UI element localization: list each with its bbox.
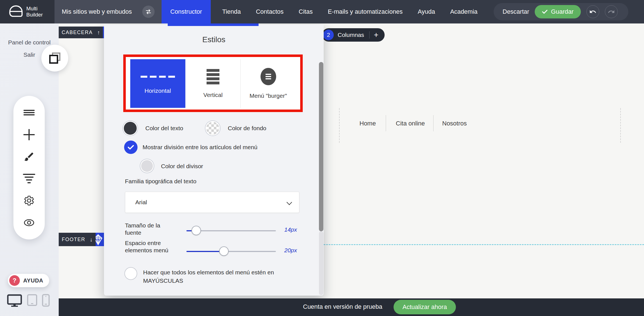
header-section-label: CABECERA <box>61 30 93 35</box>
font-size-slider-thumb[interactable] <box>191 226 201 235</box>
add-column-button[interactable]: + <box>374 31 378 39</box>
save-button[interactable]: Guardar <box>535 5 581 18</box>
layout-option-vertical[interactable]: Vertical <box>186 59 241 108</box>
font-family-select[interactable]: Arial <box>125 192 299 213</box>
burger-menu-icon <box>261 68 276 85</box>
item-spacing-slider-thumb[interactable] <box>219 246 229 256</box>
menu-divider <box>386 115 386 131</box>
workspace-label: Mis sitios web y embudos <box>62 0 132 23</box>
font-family-label: Familia tipográfica del texto <box>125 178 196 185</box>
layout-option-label: Menú "burger" <box>250 92 287 99</box>
panel-scrollbar-thumb[interactable] <box>319 62 323 231</box>
check-icon <box>128 145 134 150</box>
column-guide-left <box>339 108 340 143</box>
tab-constructor[interactable]: Constructor <box>162 0 211 23</box>
item-spacing-value: 20px <box>284 247 309 254</box>
show-divider-label: Mostrar división entre los artículos del… <box>143 144 257 151</box>
tablet-icon[interactable] <box>27 294 37 306</box>
text-color-swatch[interactable] <box>123 121 138 136</box>
app-logo[interactable]: Multi Builder <box>0 0 55 23</box>
tab-contactos[interactable]: Contactos <box>248 0 291 23</box>
divider-color-label: Color del divisor <box>161 163 203 170</box>
styles-panel: Estilos Horizontal Vertical <box>104 25 324 296</box>
help-label: AYUDA <box>23 277 43 284</box>
builder-toolbar <box>13 96 45 239</box>
switch-site-button[interactable] <box>142 6 155 18</box>
layout-option-label: Vertical <box>203 92 223 98</box>
tab-emails-automatizaciones[interactable]: E-mails y automatizaciones <box>320 0 410 23</box>
discard-button[interactable]: Descartar <box>503 8 529 15</box>
item-spacing-slider[interactable] <box>186 251 276 252</box>
slider-fill <box>186 251 224 252</box>
desktop-icon[interactable] <box>7 294 22 307</box>
uppercase-toggle[interactable] <box>124 267 137 280</box>
sections-filter-button[interactable] <box>23 173 35 184</box>
columns-control[interactable]: 2 Columnas + <box>322 28 385 42</box>
duplicate-section-button[interactable] <box>41 45 68 72</box>
divider-color-swatch[interactable] <box>140 159 154 173</box>
background-color-swatch[interactable] <box>205 121 220 136</box>
dashboard-link[interactable]: Panel de control <box>0 39 59 46</box>
preview-menu-item-home[interactable]: Home <box>359 120 376 127</box>
tab-label: Constructor <box>170 8 202 15</box>
show-divider-toggle[interactable] <box>124 141 138 154</box>
filter-icon <box>23 173 35 184</box>
tab-academia[interactable]: Academia <box>442 0 485 23</box>
background-color-label: Color de fondo <box>228 125 266 132</box>
arrow-up-icon[interactable]: ↑ <box>97 29 100 36</box>
columns-count-badge: 2 <box>323 30 334 40</box>
layers-menu-button[interactable] <box>23 107 35 118</box>
preview-button[interactable] <box>23 217 35 228</box>
layout-option-burger[interactable]: Menú "burger" <box>241 59 296 108</box>
multibuilder-logo-icon <box>8 5 23 18</box>
preview-menu-item-nosotros[interactable]: Nosotros <box>442 120 467 127</box>
font-size-slider[interactable] <box>186 230 276 231</box>
redo-button[interactable] <box>605 5 618 18</box>
menu-layout-options: Horizontal Vertical Menú "burger" <box>130 59 296 108</box>
text-color-label: Color del texto <box>145 125 183 132</box>
settings-button[interactable] <box>23 195 35 206</box>
redo-icon <box>608 8 615 15</box>
tab-ayuda[interactable]: Ayuda <box>410 0 442 23</box>
preview-menu-item-cita-online[interactable]: Cita online <box>396 120 425 127</box>
logo-line2: Builder <box>26 12 43 18</box>
panel-scrollbar-track[interactable] <box>319 231 323 295</box>
item-spacing-label: Espacio entre elementos menú <box>125 239 181 254</box>
selected-section-strip <box>168 23 259 26</box>
layout-option-label: Horizontal <box>145 87 171 94</box>
arrow-down-icon[interactable]: ↓ <box>90 236 93 243</box>
trial-status-bar: Cuenta en versión de prueba Actualizar a… <box>59 298 644 316</box>
chevron-down-icon <box>287 199 292 205</box>
footer-section-tag[interactable]: FOOTER ↓ <box>59 233 96 246</box>
top-navigation-bar: Multi Builder Mis sitios web y embudos C… <box>0 0 644 23</box>
undo-icon <box>589 8 596 15</box>
help-button[interactable]: ? AYUDA <box>8 274 49 287</box>
undo-button[interactable] <box>586 5 599 18</box>
design-button[interactable] <box>23 151 35 162</box>
footer-section-label: FOOTER <box>62 237 85 243</box>
save-actions-group: Descartar Guardar <box>494 3 628 20</box>
hamburger-icon <box>23 109 35 117</box>
device-preview-switcher <box>7 294 50 307</box>
swap-arrows-icon <box>145 8 152 15</box>
question-mark-icon: ? <box>9 275 20 286</box>
header-section-tag[interactable]: CABECERA ↑ <box>59 27 103 38</box>
menu-divider <box>433 115 434 131</box>
uppercase-label: Hacer que todos los elementos del menú e… <box>143 268 277 285</box>
font-size-value: 14px <box>284 226 309 233</box>
column-guide-right <box>620 108 621 143</box>
panel-title: Estilos <box>104 35 324 44</box>
trial-status-text: Cuenta en versión de prueba <box>303 303 382 310</box>
upgrade-now-button[interactable]: Actualizar ahora <box>394 300 456 314</box>
add-element-button[interactable] <box>23 129 35 140</box>
font-size-label: Tamaño de la fuente <box>125 222 177 236</box>
gear-icon <box>23 195 35 206</box>
gem-icon <box>96 233 104 246</box>
tab-tienda[interactable]: Tienda <box>215 0 248 23</box>
layout-option-horizontal[interactable]: Horizontal <box>130 59 186 108</box>
horizontal-menu-icon <box>141 73 175 80</box>
mobile-icon[interactable] <box>42 294 50 307</box>
workspace-switcher[interactable]: Mis sitios web y embudos <box>55 0 162 23</box>
footer-style-chip[interactable] <box>96 233 104 246</box>
tab-citas[interactable]: Citas <box>291 0 320 23</box>
